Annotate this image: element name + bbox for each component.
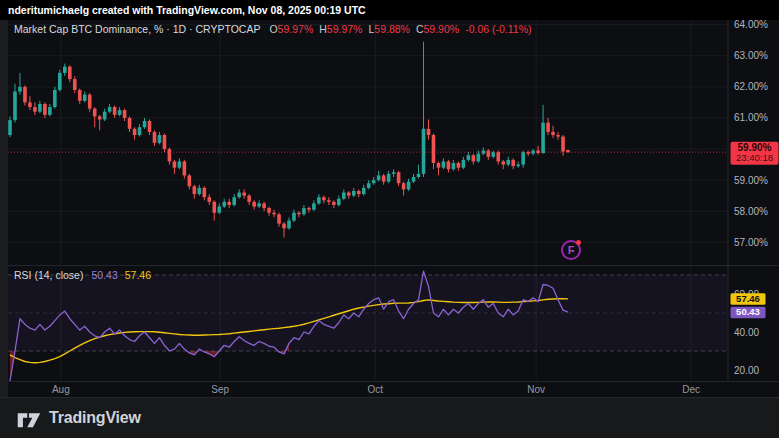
svg-text:57.46: 57.46 (736, 293, 760, 304)
svg-text:50.43: 50.43 (736, 306, 760, 317)
change-value: -0.06 (-0.11%) (465, 23, 531, 35)
rsi-title: RSI (14, close) (14, 269, 83, 281)
attribution-text: nderitumichaelg created with TradingView… (8, 4, 366, 16)
month-label[interactable]: Oct (367, 384, 383, 395)
footer-bar: TradingView (0, 397, 779, 438)
price-tick: 61.00% (734, 112, 768, 123)
chart-canvas[interactable]: 64.00%63.00%62.00%61.00%60.00%59.00%58.0… (8, 20, 779, 397)
current-price-text: 59.90% (738, 142, 772, 153)
month-label[interactable]: Nov (527, 384, 545, 395)
month-label[interactable]: Aug (52, 384, 70, 395)
price-tick: 59.00% (734, 175, 768, 186)
rsi-legend: RSI (14, close) 50.43 57.46 (14, 269, 151, 281)
ohlc-value: 59.97% (327, 23, 363, 35)
chart-area[interactable]: Market Cap BTC Dominance, % · 1D · CRYPT… (8, 20, 779, 397)
lightning-bolt-icon: Ϝ (568, 244, 575, 255)
price-tick: 63.00% (734, 50, 768, 61)
boost-button[interactable]: Ϝ (561, 240, 581, 260)
tradingview-logo[interactable]: TradingView (16, 408, 141, 429)
candles-layer (8, 42, 728, 238)
ohlc-values: O59.97%H59.97%L59.88%C59.90% (269, 23, 465, 35)
countdown-text: 23:40:18 (736, 152, 773, 163)
symbol-title: Market Cap BTC Dominance, % · 1D · CRYPT… (14, 23, 260, 35)
rsi-ma-value: 57.46 (125, 269, 151, 281)
month-label[interactable]: Dec (682, 384, 700, 395)
rsi-tick: 20.00 (734, 365, 759, 376)
price-tick: 58.00% (734, 206, 768, 217)
tradingview-snapshot: nderitumichaelg created with TradingView… (0, 0, 779, 438)
ohlc-value: 59.90% (424, 23, 460, 35)
price-tick: 64.00% (734, 20, 768, 30)
price-tick: 57.00% (734, 237, 768, 248)
brand-name: TradingView (49, 409, 141, 427)
ohlc-letter: O (269, 23, 277, 35)
symbol-legend: Market Cap BTC Dominance, % · 1D · CRYPT… (14, 23, 531, 35)
price-tick: 62.00% (734, 81, 768, 92)
tradingview-mark-icon (16, 408, 42, 429)
ohlc-letter: C (416, 23, 424, 35)
ohlc-value: 59.88% (374, 23, 410, 35)
notification-dot (576, 240, 581, 245)
ohlc-letter: H (319, 23, 327, 35)
attribution-bar: nderitumichaelg created with TradingView… (0, 0, 779, 20)
rsi-tick: 40.00 (734, 327, 759, 338)
month-label[interactable]: Sep (211, 384, 229, 395)
ohlc-value: 59.97% (278, 23, 314, 35)
rsi-current-value: 50.43 (91, 269, 117, 281)
rsi-layer (8, 271, 728, 381)
